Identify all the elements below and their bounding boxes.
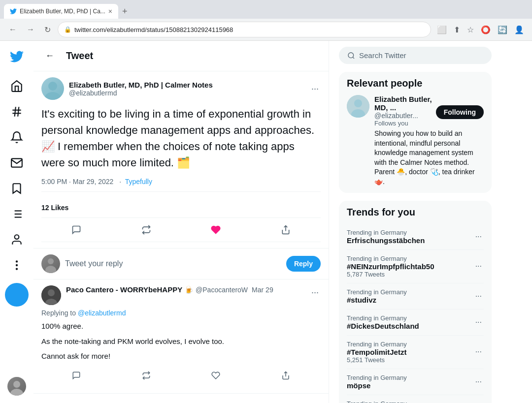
trend-item[interactable]: Trending in Germany Hamburg 12.1K Tweets… (347, 395, 484, 403)
tweet-more-button[interactable]: ··· (309, 82, 321, 96)
trend-location-3: Trending in Germany (347, 314, 473, 322)
trend-name-5: möpse (347, 381, 473, 390)
replying-to-label: Replying to (41, 309, 78, 317)
user-avatar-sidebar[interactable] (7, 377, 26, 396)
profile-browser-button[interactable]: 👤 (512, 23, 526, 36)
trend-more-button-1[interactable]: ··· (473, 260, 484, 273)
search-input[interactable] (359, 51, 483, 60)
reply-author-info: Paco Cantero - WORRYbeHAPPY 🍺 @Pacocante… (66, 285, 304, 294)
bookmark-star-button[interactable]: ☆ (465, 23, 476, 36)
author-avatar[interactable] (41, 77, 64, 100)
back-nav-button[interactable]: ← (41, 47, 58, 65)
sidebar-item-messages[interactable] (5, 151, 29, 175)
content-area: ← Tweet Elizabeth Butler, MD, PhD | Calm… (33, 41, 532, 403)
main-layout: ← Tweet Elizabeth Butler, MD, PhD | Calm… (0, 41, 532, 403)
reply-line-1: 100% agree. (41, 321, 321, 332)
replying-to-handle[interactable]: @elizabutlermd (78, 309, 126, 317)
like-action-button[interactable] (205, 221, 227, 239)
tweet-column: ← Tweet Elizabeth Butler, MD, PhD | Calm… (33, 41, 329, 403)
following-button[interactable]: Following (436, 105, 484, 119)
twitter-logo[interactable] (5, 45, 29, 70)
reply-author-avatar[interactable] (41, 285, 61, 305)
trend-item[interactable]: Trending in Germany Erfrischungsstäbchen… (347, 224, 484, 250)
reply-submit-button[interactable]: Reply (286, 256, 321, 272)
close-tab-button[interactable]: × (108, 7, 112, 15)
author-name[interactable]: Elizabeth Butler, MD, PhD | Calmer Notes (69, 81, 304, 89)
rp-info: Elizabeth Butler, MD, ... @elizabutler..… (374, 95, 484, 187)
rp-avatar[interactable] (347, 95, 369, 118)
extensions-button[interactable]: 🔄 (496, 23, 509, 36)
relevant-people-title: Relevant people (347, 78, 484, 89)
tweet-header: ← Tweet (33, 41, 329, 71)
svg-line-3 (18, 107, 19, 117)
author-handle[interactable]: @elizabutlermd (69, 89, 304, 97)
svg-point-21 (45, 266, 56, 273)
reply-author-name[interactable]: Paco Cantero - WORRYbeHAPPY 🍺 (66, 285, 194, 294)
reply-like-button[interactable] (206, 368, 225, 385)
reply-retweet-button[interactable] (137, 368, 156, 385)
comment-action-button[interactable] (66, 221, 87, 239)
trend-info-1: Trending in Germany #NEINzurImpfpflichta… (347, 255, 473, 278)
svg-point-16 (48, 82, 57, 91)
trend-location-2: Trending in Germany (347, 288, 473, 296)
trend-more-button-2[interactable]: ··· (473, 290, 484, 303)
trend-name-1: #NEINzurImpfpflichtab50 (347, 262, 473, 271)
sidebar-item-bookmarks[interactable] (5, 177, 29, 200)
svg-point-14 (13, 381, 20, 388)
reply-text-input[interactable] (65, 259, 281, 268)
likes-label: Likes (51, 204, 68, 212)
trend-more-button-4[interactable]: ··· (473, 345, 484, 358)
reply-tweet: Paco Cantero - WORRYbeHAPPY 🍺 @Pacocante… (33, 279, 329, 394)
reply-line-3: Cannot ask for more! (41, 351, 321, 362)
trend-more-button-3[interactable]: ··· (473, 316, 484, 329)
rp-name-handle: Elizabeth Butler, MD, ... @elizabutler..… (374, 95, 436, 129)
trend-item[interactable]: Trending in Germany möpse ··· (347, 369, 484, 395)
reply-actions (41, 366, 321, 387)
browser-toolbar: ← → ↻ 🔒 twitter.com/elizabutlermd/status… (0, 19, 532, 40)
trend-item[interactable]: Trending in Germany #DickesDeutschland ·… (347, 310, 484, 336)
cast-button[interactable]: ⬜ (435, 23, 449, 36)
refresh-button[interactable]: ↻ (41, 23, 54, 36)
trend-name-2: #studivz (347, 296, 473, 304)
sidebar-item-profile[interactable] (5, 228, 29, 251)
heart-icon (211, 225, 221, 235)
share-button[interactable]: ⬆ (452, 23, 462, 36)
trend-more-button-0[interactable]: ··· (473, 230, 484, 243)
opera-button[interactable]: ⭕ (479, 23, 493, 36)
trend-more-button-5[interactable]: ··· (473, 375, 484, 388)
tweet-text: It's exciting to be living in a time of … (41, 106, 321, 171)
tweet-via[interactable]: Typefully (125, 178, 152, 186)
rp-name[interactable]: Elizabeth Butler, MD, ... (374, 95, 436, 112)
twitter-bird-icon (10, 50, 24, 63)
compose-button[interactable] (5, 283, 29, 307)
search-box[interactable] (339, 47, 492, 64)
bookmark-icon (10, 182, 23, 195)
svg-point-15 (10, 389, 23, 396)
forward-button[interactable]: → (24, 23, 37, 36)
sidebar-item-lists[interactable] (5, 202, 29, 226)
new-tab-button[interactable]: + (120, 4, 130, 19)
sidebar-item-notifications[interactable] (5, 125, 29, 149)
reply-more-button[interactable]: ··· (309, 285, 321, 300)
sidebar-item-more[interactable] (5, 253, 29, 277)
share-action-button[interactable] (275, 221, 297, 239)
tweet-timestamp: 5:00 PM · Mar 29, 2022 (41, 178, 113, 186)
address-bar[interactable]: 🔒 twitter.com/elizabutlermd/status/15088… (58, 22, 431, 37)
retweet-action-button[interactable] (135, 221, 157, 239)
home-icon (10, 80, 23, 93)
reply-author-handle[interactable]: @PacocanteroW (196, 286, 248, 294)
rp-handle[interactable]: @elizabutler... (374, 112, 436, 120)
reply-share-button[interactable] (276, 368, 295, 385)
search-icon (347, 52, 355, 60)
sidebar-item-explore[interactable] (5, 100, 29, 124)
user-avatar-image (7, 377, 26, 396)
reply-comment-button[interactable] (67, 368, 86, 385)
back-button[interactable]: ← (6, 23, 20, 36)
trend-location-6: Trending in Germany (347, 400, 473, 403)
sidebar-item-home[interactable] (5, 74, 29, 98)
active-tab[interactable]: Elizabeth Butler, MD, PhD | Ca... × (4, 4, 118, 19)
trend-item[interactable]: Trending in Germany #studivz ··· (347, 283, 484, 310)
trend-item[interactable]: Trending in Germany #NEINzurImpfpflichta… (347, 250, 484, 283)
relevant-people-section: Relevant people Elizabeth Butler, MD, ..… (339, 72, 492, 193)
trend-item[interactable]: Trending in Germany #TempolimitJetzt 5,2… (347, 336, 484, 369)
